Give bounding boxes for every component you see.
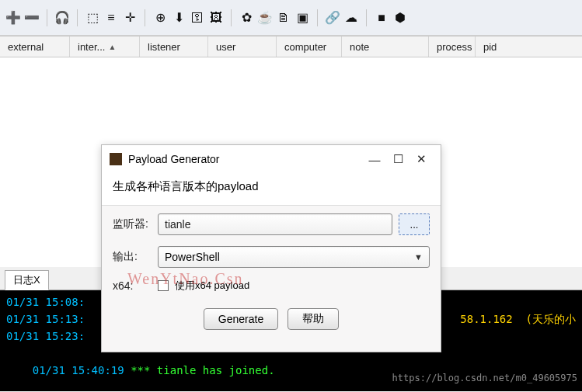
generate-button[interactable]: Generate: [204, 308, 278, 330]
link-icon[interactable]: 🔗: [324, 9, 341, 26]
col-note[interactable]: note: [342, 36, 429, 57]
tab-log[interactable]: 日志X: [5, 270, 49, 290]
col-process[interactable]: process: [429, 36, 476, 57]
maximize-icon[interactable]: ☐: [386, 152, 409, 166]
dialog-titlebar[interactable]: Payload Generator — ☐ ✕: [102, 145, 441, 173]
book-icon[interactable]: ■: [373, 9, 390, 26]
watermark-url: https://blog.csdn.net/m0_49605975: [392, 369, 577, 387]
download-icon[interactable]: ⬇: [170, 9, 187, 26]
listener-input[interactable]: tianle: [158, 213, 392, 235]
cloud-icon[interactable]: ☁: [343, 9, 360, 26]
add-icon[interactable]: ➕: [5, 9, 22, 26]
chevron-down-icon: ▼: [414, 252, 423, 262]
headphones-icon[interactable]: 🎧: [54, 9, 71, 26]
term-msg: *** tianle has joined.: [131, 364, 274, 376]
listener-label: 监听器:: [113, 217, 152, 231]
term-time: 01/31 15:08:: [6, 296, 85, 308]
col-external[interactable]: external: [0, 36, 70, 57]
gear-icon[interactable]: ✿: [238, 9, 255, 26]
image-icon[interactable]: 🖼: [207, 9, 225, 26]
share-icon[interactable]: ⬚: [84, 9, 101, 26]
col-inter[interactable]: inter... ▲: [70, 36, 140, 57]
help-button[interactable]: 帮助: [288, 308, 339, 330]
term-time: 01/31 15:23:: [6, 330, 85, 342]
close-icon[interactable]: ✕: [409, 152, 433, 166]
col-user[interactable]: user: [208, 36, 277, 57]
table-header: external inter... ▲ listener user comput…: [0, 36, 582, 57]
target-icon[interactable]: ✛: [121, 9, 138, 26]
col-inter-label: inter...: [78, 41, 105, 53]
box-icon[interactable]: ⬢: [392, 9, 409, 26]
list-icon[interactable]: ≡: [103, 9, 120, 26]
listener-browse-button[interactable]: ...: [399, 213, 430, 235]
x64-label: x64:: [113, 279, 152, 292]
col-listener[interactable]: listener: [140, 36, 208, 57]
terminal-icon[interactable]: ▣: [294, 9, 311, 26]
term-time: 01/31 15:40:19: [33, 364, 131, 376]
dialog-title: Payload Generator: [128, 153, 363, 165]
file-icon[interactable]: 🗎: [275, 9, 292, 26]
output-label: 输出:: [113, 250, 152, 264]
output-value: PowerShell: [165, 251, 220, 263]
dialog-icon: [110, 153, 122, 165]
output-select[interactable]: PowerShell ▼: [158, 246, 430, 268]
zoom-icon[interactable]: ⊕: [152, 9, 169, 26]
dialog-description: 生成各种语言版本的payload: [102, 173, 441, 206]
minimize-icon[interactable]: —: [363, 153, 386, 166]
sort-asc-icon: ▲: [108, 43, 116, 51]
listener-value: tianle: [165, 218, 190, 231]
term-msg-right: 58.1.162 (天乐的小: [460, 310, 576, 328]
col-computer[interactable]: computer: [277, 36, 342, 57]
col-pid[interactable]: pid: [476, 36, 538, 57]
coffee-icon[interactable]: ☕: [256, 9, 274, 26]
x64-checkbox[interactable]: [158, 280, 169, 291]
term-time: 01/31 15:13:: [6, 310, 85, 328]
x64-check-label: 使用x64 payload: [175, 279, 249, 293]
key-icon[interactable]: ⚿: [189, 9, 206, 26]
minus-icon[interactable]: ➖: [23, 9, 40, 26]
toolbar: ➕ ➖ 🎧 ⬚ ≡ ✛ ⊕ ⬇ ⚿ 🖼 ✿ ☕ 🗎 ▣ 🔗 ☁ ■ ⬢: [0, 0, 582, 36]
payload-generator-dialog: Payload Generator — ☐ ✕ 生成各种语言版本的payload…: [101, 144, 441, 352]
